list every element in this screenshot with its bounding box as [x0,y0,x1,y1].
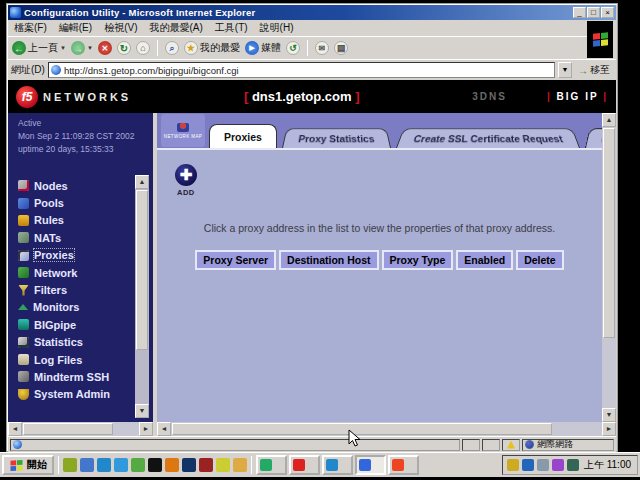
scroll-left-icon[interactable]: ◄ [157,422,171,436]
refresh-button[interactable]: ↻ [117,41,131,55]
task-window-button[interactable] [256,455,287,475]
scroll-down-icon[interactable]: ▼ [135,404,149,418]
back-button[interactable]: ← 上一頁 ▼ [12,41,66,55]
search-button[interactable]: ⌕ [165,41,179,55]
tray-icon[interactable] [552,459,564,471]
sidebar-scrollbar-horizontal[interactable]: ◄ ► [8,422,153,436]
scroll-right-icon[interactable]: ► [139,422,153,436]
sidebar-nav-item[interactable]: BIGpipe [18,316,133,333]
quick-launch-icon[interactable] [80,458,94,472]
tab[interactable]: Install SSL Certif [585,128,602,148]
title-bar[interactable]: Configuration Utility - Microsoft Intern… [8,5,616,20]
task-window-button[interactable] [322,455,353,475]
menu-item[interactable]: 我的最愛(A) [149,21,202,35]
scroll-left-icon[interactable]: ◄ [8,422,22,436]
task-window-button[interactable] [355,455,386,475]
scrollbar-thumb[interactable] [172,423,552,435]
scroll-up-icon[interactable]: ▲ [602,113,616,127]
scrollbar-thumb[interactable] [603,128,615,338]
network-map-button[interactable]: NETWORK MAP [161,114,205,147]
address-dropdown-button[interactable]: ▼ [558,62,572,78]
sidebar-nav-item[interactable]: Statistics [18,334,133,351]
toolbar-separator [157,40,158,56]
pools-icon [18,198,29,209]
sidebar-nav-item[interactable]: Mindterm SSH [18,368,133,385]
f5-brand-bar: f5 NETWORKS [ dns1.getop.com ] 3DNS | BI… [8,80,616,113]
address-input[interactable]: http://dns1.getop.com/bigipgui/bigconf.c… [48,62,555,78]
tray-icon[interactable] [567,459,579,471]
sidebar-nav-item[interactable]: Log Files [18,351,133,368]
history-button[interactable]: ↺ [286,41,300,55]
main-scrollbar-vertical[interactable]: ▲ ▼ [602,113,616,422]
menu-item[interactable]: 編輯(E) [59,21,92,35]
sidebar-nav-item[interactable]: Proxies [18,247,133,264]
close-button[interactable]: × [601,7,614,18]
main-scrollbar-horizontal[interactable]: ◄ ► [157,422,616,436]
add-proxy-button[interactable]: ✚ [175,164,197,186]
sidebar-nav-item[interactable]: NATs [18,229,133,246]
toolbar-separator [307,40,308,56]
tab[interactable]: Create SSL Certificate Request [396,128,580,148]
sidebar-nav-item[interactable]: Nodes [18,177,133,194]
menu-item[interactable]: 說明(H) [260,21,294,35]
sidebar-nav-item[interactable]: Filters [18,281,133,298]
menu-item[interactable]: 檔案(F) [14,21,47,35]
quick-launch-icon[interactable] [63,458,77,472]
toolbar: ← 上一頁 ▼ → ▼ ✕ ↻ ⌂ ⌕ ★ 我的最愛 [8,36,587,59]
menu-item[interactable]: 檢視(V) [104,21,137,35]
quick-launch-icon[interactable] [114,458,128,472]
tab[interactable]: Proxy Statistics [282,128,391,148]
scrollbar-thumb[interactable] [23,423,113,435]
quick-launch-icon[interactable] [182,458,196,472]
minimize-button[interactable]: _ [573,7,586,18]
quick-launch-icon[interactable] [97,458,111,472]
quick-launch-icon[interactable] [165,458,179,472]
sidebar-nav-item[interactable]: Network [18,264,133,281]
nats-icon [18,232,29,243]
start-button[interactable]: 開始 [2,455,54,475]
back-dropdown-icon[interactable]: ▼ [60,45,66,51]
tray-icon[interactable] [522,459,534,471]
proxy-table-header[interactable]: Delete [516,250,564,270]
print-button[interactable]: ▤ [334,41,348,55]
proxy-table-header[interactable]: Proxy Server [195,250,276,270]
proxy-table-header[interactable]: Destination Host [279,250,378,270]
nodes-icon [18,180,29,191]
home-icon: ⌂ [136,41,150,55]
forward-dropdown-icon[interactable]: ▼ [87,45,93,51]
proxy-table-header[interactable]: Enabled [456,250,513,270]
scroll-down-icon[interactable]: ▼ [602,408,616,422]
forward-button[interactable]: → ▼ [71,41,93,55]
favorites-button[interactable]: ★ 我的最愛 [184,41,240,55]
mail-button[interactable]: ✉ [315,41,329,55]
status-pane [482,439,500,451]
task-window-button[interactable] [289,455,320,475]
quick-launch-icon[interactable] [233,458,247,472]
quick-launch-icon[interactable] [216,458,230,472]
scroll-up-icon[interactable]: ▲ [135,175,149,189]
sidebar-nav-item[interactable]: Monitors [18,299,133,316]
sidebar-nav-item[interactable]: System Admin [18,386,133,403]
go-button[interactable]: → 移至 [575,63,613,77]
scrollbar-thumb[interactable] [136,190,148,350]
quick-launch-icon[interactable] [199,458,213,472]
network-icon [18,267,29,278]
task-window-button[interactable] [388,455,419,475]
proxy-table-header-row: Proxy ServerDestination HostProxy TypeEn… [157,250,602,270]
home-button[interactable]: ⌂ [136,41,150,55]
sidebar-nav-item[interactable]: Rules [18,212,133,229]
scroll-right-icon[interactable]: ► [602,422,616,436]
quick-launch-icon[interactable] [131,458,145,472]
media-button[interactable]: ▶ 媒體 [245,41,281,55]
tray-icon[interactable] [537,459,549,471]
menu-item[interactable]: 工具(T) [215,21,248,35]
maximize-button[interactable]: □ [587,7,600,18]
tray-icon[interactable] [507,459,519,471]
stop-button[interactable]: ✕ [98,41,112,55]
sidebar-scrollbar[interactable]: ▲ ▼ [135,175,149,418]
sidebar-nav-item[interactable]: Pools [18,194,133,211]
quick-launch-icon[interactable] [148,458,162,472]
bigpipe-icon [18,319,29,330]
tab[interactable]: Proxies [209,124,277,148]
proxy-table-header[interactable]: Proxy Type [382,250,454,270]
